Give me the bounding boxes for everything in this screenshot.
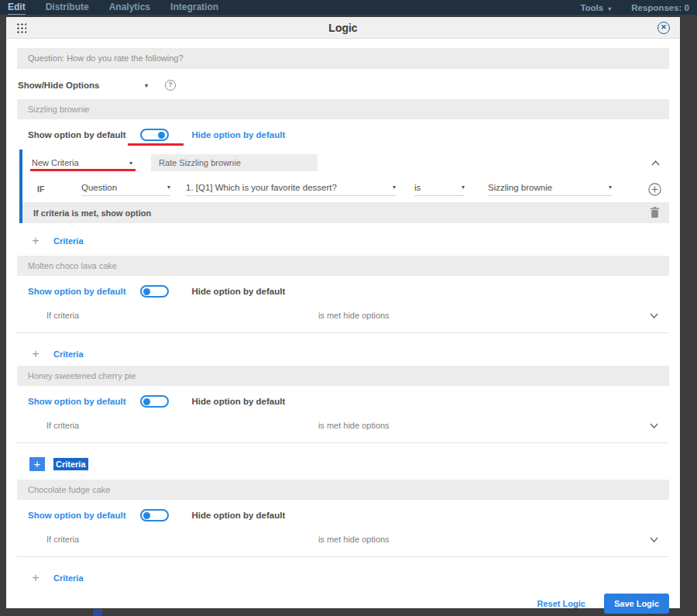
section-header: Honey sweetened cherry pie — [17, 366, 669, 386]
toggle-knob — [143, 288, 150, 295]
top-navigation-bar: Edit Distribute Analytics Integration To… — [0, 0, 697, 15]
trash-icon[interactable] — [650, 207, 660, 219]
hide-option-label[interactable]: Hide option by default — [192, 397, 286, 406]
plus-icon: + — [29, 457, 45, 471]
question-label-bar: Question: How do you rate the following? — [17, 48, 669, 69]
show-option-label[interactable]: Show option by default — [28, 397, 126, 406]
section-header: Molten choco lava cake — [17, 256, 669, 276]
modal-title: Logic — [328, 22, 357, 34]
help-icon[interactable]: ? — [165, 80, 176, 91]
hide-option-label[interactable]: Hide option by default — [192, 130, 286, 139]
criteria-editor: New Criteria▾ IF Question▾ 1. [Q1] Which… — [19, 150, 669, 223]
plus-icon: + — [29, 347, 42, 361]
tab-edit[interactable]: Edit — [8, 1, 26, 15]
caret-down-icon: ▾ — [129, 160, 132, 167]
criteria-question-dropdown[interactable]: 1. [Q1] Which is your favorite dessert?▾ — [186, 183, 396, 196]
add-criteria-button[interactable]: + Criteria — [17, 233, 669, 249]
collapsed-criteria-row[interactable]: If criteria is met hide options — [17, 530, 669, 550]
chevron-down-icon[interactable] — [650, 535, 658, 544]
hide-option-label[interactable]: Hide option by default — [192, 511, 286, 520]
criteria-select-dropdown[interactable]: New Criteria▾ — [32, 158, 132, 167]
add-condition-icon[interactable] — [648, 183, 661, 196]
caret-down-icon: ▾ — [145, 82, 148, 89]
show-option-label[interactable]: Show option by default — [28, 130, 126, 139]
tab-distribute[interactable]: Distribute — [46, 1, 89, 14]
criteria-value-dropdown[interactable]: Sizzling brownie▾ — [488, 183, 612, 196]
modal-content: Question: How do you rate the following?… — [6, 48, 680, 616]
criteria-operator-dropdown[interactable]: is▾ — [414, 183, 465, 196]
annotation-underline — [30, 169, 136, 171]
criteria-name-input[interactable] — [151, 154, 318, 171]
add-criteria-button-highlighted[interactable]: + Criteria — [17, 456, 669, 472]
annotation-underline — [128, 143, 184, 146]
criteria-action-bar: If criteria is met, show option — [22, 202, 669, 223]
if-label: IF — [37, 184, 53, 194]
drag-handle-icon[interactable] — [16, 22, 26, 34]
chevron-up-icon[interactable] — [651, 160, 660, 166]
caret-down-icon: ▾ — [393, 184, 396, 191]
add-criteria-button[interactable]: + Criteria — [17, 570, 669, 586]
hide-option-label[interactable]: Hide option by default — [192, 287, 286, 296]
plus-icon: + — [29, 234, 42, 248]
section-header: Sizzling brownie — [17, 99, 669, 119]
show-hide-toggle[interactable] — [140, 129, 169, 141]
show-option-label[interactable]: Show option by default — [28, 511, 126, 520]
plus-icon: + — [29, 571, 42, 585]
toggle-knob — [158, 132, 165, 139]
show-hide-toggle[interactable] — [140, 509, 169, 521]
caret-down-icon: ▾ — [462, 184, 465, 191]
reset-logic-button[interactable]: Reset Logic — [537, 599, 585, 608]
chevron-down-icon[interactable] — [650, 311, 658, 320]
show-hide-toggle[interactable] — [140, 395, 169, 408]
logic-modal: Logic ✕ Question: How do you rate the fo… — [6, 17, 680, 608]
add-criteria-button[interactable]: + Criteria — [17, 346, 669, 362]
collapsed-criteria-row[interactable]: If criteria is met hide options — [17, 306, 669, 326]
tab-analytics[interactable]: Analytics — [109, 1, 150, 14]
chevron-down-icon[interactable] — [650, 421, 658, 430]
tab-integration[interactable]: Integration — [170, 1, 218, 14]
section-header: Chocolate fudge cake — [17, 480, 669, 500]
collapsed-criteria-row[interactable]: If criteria is met hide options — [17, 416, 669, 436]
toggle-knob — [143, 512, 150, 519]
logic-type-dropdown[interactable]: Show/Hide Options▾ — [18, 81, 148, 90]
responses-count[interactable]: Responses: 0 — [631, 3, 689, 12]
show-hide-toggle[interactable] — [140, 285, 169, 298]
show-option-label[interactable]: Show option by default — [28, 287, 126, 296]
caret-down-icon: ▾ — [609, 184, 612, 191]
criteria-type-dropdown[interactable]: Question▾ — [81, 183, 170, 196]
save-logic-button[interactable]: Save Logic — [604, 594, 669, 614]
background-page-artifact — [93, 609, 102, 616]
caret-down-icon: ▾ — [608, 5, 611, 12]
caret-down-icon: ▾ — [167, 184, 170, 191]
criteria-action-text: If criteria is met, show option — [33, 208, 151, 218]
close-icon[interactable]: ✕ — [658, 22, 670, 34]
toggle-knob — [143, 398, 150, 405]
modal-header: Logic ✕ — [6, 17, 680, 39]
tools-menu[interactable]: Tools▾ — [580, 3, 611, 12]
